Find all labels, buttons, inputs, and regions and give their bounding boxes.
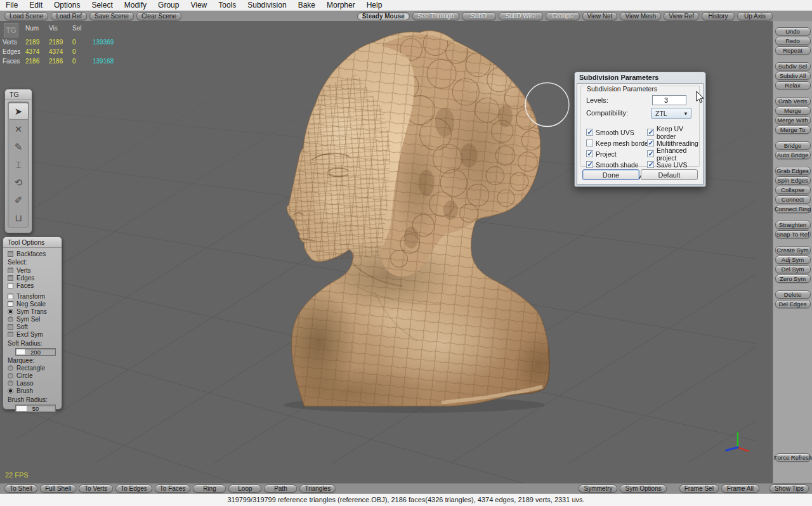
spin-edges-button[interactable]: Spin Edges [775,176,811,185]
del-sym-button[interactable]: Del Sym [775,265,811,273]
clear-scene-button[interactable]: Clear Scene [136,12,181,20]
default-button[interactable]: Default [641,169,698,180]
grab-verts-button[interactable]: Grab Verts [775,97,811,105]
force-refresh-button[interactable]: Force Refresh [775,453,811,462]
triangles-button[interactable]: Triangles [299,484,336,493]
subdiv-all-button[interactable]: Subdiv All [775,72,811,80]
soft-checkbox[interactable] [8,324,13,330]
smooth-uvs-checkbox[interactable] [586,129,593,136]
extrude-tool-icon[interactable]: ⊔ [8,209,29,226]
marquee-brush-radio[interactable] [8,388,13,394]
view-mesh-toggle[interactable]: View Mesh [620,12,661,20]
zero-sym-button[interactable]: Zero Sym [775,275,811,283]
redo-button[interactable]: Redo [775,37,811,45]
menu-options[interactable]: Options [48,0,86,11]
symmetry-button[interactable]: Symmetry [579,484,617,493]
relax-button[interactable]: Relax [775,81,811,89]
levels-input[interactable] [652,95,686,105]
menu-subdivision[interactable]: Subdivision [242,0,292,11]
connect-button[interactable]: Connect [775,195,811,204]
menu-help[interactable]: Help [361,0,388,11]
sym-trans-radio[interactable] [8,309,13,315]
delete-x-tool-icon[interactable]: ✕ [8,120,29,138]
delete-button[interactable]: Delete [775,290,811,299]
marquee-circle-radio[interactable] [8,373,13,379]
frame-all-button[interactable]: Frame All [721,484,759,493]
subdiv-sel-button[interactable]: Subdiv Sel [775,62,811,70]
steady-mouse-toggle[interactable]: Steady Mouse [357,12,410,20]
sym-sel-radio[interactable] [8,316,13,322]
menu-edit[interactable]: Edit [23,0,48,11]
to-verts-button[interactable]: To Verts [79,484,113,493]
auto-bridge-button[interactable]: Auto Bridge [775,151,811,159]
grab-edges-button[interactable]: Grab Edges [775,167,811,175]
menu-file[interactable]: File [0,0,23,11]
straighten-button[interactable]: Straighten [775,221,811,229]
to-faces-button[interactable]: To Faces [155,484,191,493]
create-sym-button[interactable]: Create Sym [775,246,811,254]
up-axis-button[interactable]: Up Axis [737,12,773,20]
enhanced-project-checkbox[interactable] [647,150,654,157]
loop-button[interactable]: Loop [228,484,261,493]
full-shell-button[interactable]: Full Shell [40,484,76,493]
merge-to-button[interactable]: Merge To [775,126,811,134]
ring-button[interactable]: Ring [193,484,226,493]
soft-radius-slider[interactable]: 200 [15,348,56,356]
multithreading-checkbox[interactable] [647,139,654,146]
pen-tool-icon[interactable]: ✎ [8,138,29,155]
del-edges-button[interactable]: Del Edges [775,300,811,308]
neg-scale-checkbox[interactable] [8,301,13,307]
merge-button[interactable]: Merge [775,107,811,115]
path-button[interactable]: Path [264,484,297,493]
menu-group[interactable]: Group [152,0,185,11]
excl-sym-checkbox[interactable] [8,332,13,337]
brush-radius-slider[interactable]: 50 [15,405,56,412]
bridge-tool-icon[interactable]: ⌶ [8,156,29,173]
groups-toggle[interactable]: Groups [546,12,580,20]
view-ref-toggle[interactable]: View Ref [664,12,699,20]
to-edges-button[interactable]: To Edges [115,484,152,493]
bridge-button[interactable]: Bridge [775,141,811,150]
select-verts-checkbox[interactable] [8,268,13,273]
history-button[interactable]: History [702,12,735,20]
load-scene-button[interactable]: Load Scene [4,12,48,20]
menu-morpher[interactable]: Morpher [321,0,361,11]
save-uvs-checkbox[interactable] [647,161,654,168]
snap-to-ref-button[interactable]: Snap To Ref [775,230,811,238]
select-faces-checkbox[interactable] [8,283,13,289]
repeat-button[interactable]: Repeat [775,46,811,55]
bust-model[interactable] [247,25,564,418]
menu-modify[interactable]: Modify [119,0,152,11]
brush-tool-icon[interactable]: ✐ [8,191,29,209]
connect-ring-button[interactable]: Connect Ring [775,205,811,213]
marquee-rectangle-radio[interactable] [8,365,13,371]
keep-mesh-border-checkbox[interactable] [586,139,593,146]
tool-options-title[interactable]: Tool Options [3,237,62,248]
dialog-titlebar[interactable]: Subdivision Parameters [575,72,705,82]
collapse-button[interactable]: Collapse [775,186,811,194]
smooth-shade-checkbox[interactable] [586,161,593,168]
adj-sym-button[interactable]: Adj Sym [775,256,811,264]
to-shell-button[interactable]: To Shell [4,484,37,493]
compatibility-dropdown[interactable]: ZTL ▼ [651,108,691,119]
spin-tool-icon[interactable]: ⟲ [8,174,29,191]
transform-checkbox[interactable] [8,294,13,299]
backfaces-checkbox[interactable] [8,251,13,257]
load-ref-button[interactable]: Load Ref [51,12,87,20]
keep-uv-border-checkbox[interactable] [647,129,654,136]
see-through-toggle[interactable]: See Through [412,12,459,20]
marquee-lasso-radio[interactable] [8,380,13,386]
undo-button[interactable]: Undo [775,27,811,36]
select-edges-checkbox[interactable] [8,275,13,281]
save-scene-button[interactable]: Save Scene [89,12,134,20]
subd-toggle[interactable]: SubD [462,12,496,20]
menu-select[interactable]: Select [86,0,118,11]
frame-sel-button[interactable]: Frame Sel [679,484,719,493]
view-net-toggle[interactable]: View Net [582,12,618,20]
merge-with-button[interactable]: Merge With [775,116,811,124]
select-arrow-tool-icon[interactable]: ➤ [8,103,29,120]
menu-view[interactable]: View [185,0,213,11]
done-button[interactable]: Done [582,169,639,180]
menu-bake[interactable]: Bake [292,0,321,11]
menu-tools[interactable]: Tools [213,0,242,11]
